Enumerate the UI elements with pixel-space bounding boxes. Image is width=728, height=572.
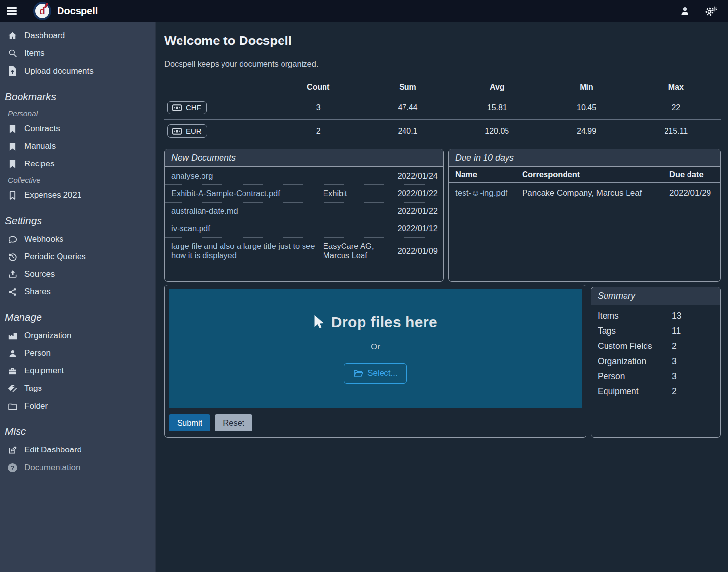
section-title-settings: Settings <box>0 204 155 230</box>
sidebar-item-label: Dasbhoard <box>24 31 65 41</box>
document-date: 2022/01/22 <box>397 206 438 216</box>
bookmark-filled-icon <box>7 124 18 134</box>
select-files-button[interactable]: Select... <box>344 363 406 384</box>
hamburger-menu-icon[interactable] <box>7 7 17 15</box>
summary-panel: Summary Items 13 Tags 11 Custom Fields 2 <box>591 287 721 438</box>
stat-avg: 15.81 <box>452 96 542 120</box>
sidebar-item-equipment[interactable]: Equipment <box>0 362 155 380</box>
sidebar-item-organization[interactable]: Organization <box>0 327 155 345</box>
sidebar-item-label: Shares <box>24 287 51 297</box>
sidebar-item-upload-documents[interactable]: Upload documents <box>0 62 155 80</box>
sidebar-item-contracts[interactable]: Contracts <box>0 120 155 138</box>
sidebar-item-webhooks[interactable]: Webhooks <box>0 230 155 248</box>
sidebar-item-label: Equipment <box>24 366 64 376</box>
money-bill-icon <box>172 104 182 111</box>
document-date: 2022/01/09 <box>397 246 438 256</box>
document-link[interactable]: test-☺-ing.pdf <box>455 188 522 198</box>
document-link[interactable]: australian-date.md <box>171 206 319 216</box>
sidebar-item-tags[interactable]: Tags <box>0 380 155 397</box>
sidebar-item-label: Items <box>24 48 45 58</box>
sidebar-item-expenses-2021[interactable]: Expenses 2021 <box>0 186 155 204</box>
sidebar-item-folder[interactable]: Folder <box>0 397 155 415</box>
summary-value: 2 <box>672 387 714 397</box>
sidebar-item-label: Person <box>24 348 51 358</box>
stats-col-count: Count <box>274 79 363 96</box>
stats-col-min: Min <box>542 79 631 96</box>
reset-button[interactable]: Reset <box>215 414 252 431</box>
stats-header-row: Count Sum Avg Min Max <box>164 79 721 96</box>
document-row: australian-date.md 2022/01/22 <box>165 202 443 220</box>
sidebar-item-dashboard[interactable]: Dasbhoard <box>0 27 155 44</box>
due-correspondent: Pancake Company, Marcus Leaf <box>522 188 669 198</box>
sidebar: Dasbhoard Items Upload documents Bookmar… <box>0 22 156 572</box>
stat-count: 3 <box>274 96 363 120</box>
summary-row: Person 3 <box>591 369 720 384</box>
document-date: 2022/01/22 <box>397 189 438 198</box>
sidebar-item-label: Expenses 2021 <box>24 190 81 200</box>
sidebar-item-label: Manuals <box>24 142 56 151</box>
document-link[interactable]: large file and also a large title just t… <box>171 242 319 260</box>
sidebar-item-items[interactable]: Items <box>0 44 155 62</box>
search-icon <box>7 48 18 58</box>
or-label: Or <box>371 342 380 352</box>
sidebar-item-label: Webhooks <box>24 234 63 244</box>
select-button-label: Select... <box>367 368 397 378</box>
panel-title-due: Due in 10 days <box>449 149 720 167</box>
summary-value: 3 <box>672 371 714 382</box>
summary-row: Tags 11 <box>591 324 720 339</box>
summary-value: 2 <box>672 341 714 351</box>
sidebar-item-edit-dashboard[interactable]: Edit Dashboard <box>0 441 155 459</box>
person-icon <box>7 349 18 358</box>
file-dropzone[interactable]: Drop files here Or Select... <box>169 289 582 408</box>
user-account-icon[interactable] <box>680 6 690 16</box>
sidebar-item-recipes[interactable]: Recipes <box>0 155 155 173</box>
currency-badge-eur[interactable]: EUR <box>167 124 207 138</box>
sidebar-item-documentation[interactable]: Documentation <box>0 459 155 476</box>
document-info: Exhibit <box>323 189 385 198</box>
summary-label: Items <box>598 311 672 321</box>
document-link[interactable]: iv-scan.pdf <box>171 224 319 233</box>
submit-button[interactable]: Submit <box>169 414 210 431</box>
sidebar-item-sources[interactable]: Sources <box>0 266 155 283</box>
sidebar-item-label: Documentation <box>24 463 80 472</box>
due-panel: Due in 10 days Name Correspondent Due da… <box>448 149 721 282</box>
file-upload-icon <box>7 66 18 76</box>
question-circle-icon <box>7 463 18 472</box>
summary-label: Organization <box>598 356 672 367</box>
edit-icon <box>7 445 18 455</box>
settings-gears-icon[interactable] <box>705 6 717 17</box>
tags-icon <box>7 384 18 393</box>
summary-row: Equipment 2 <box>591 384 720 399</box>
stats-row-eur: EUR 2 240.1 120.05 24.99 215.11 <box>164 120 721 143</box>
section-title-bookmarks: Bookmarks <box>0 80 155 106</box>
currency-stats-table: Count Sum Avg Min Max CHF 3 47.44 15.81 … <box>164 79 721 143</box>
sidebar-item-label: Periodic Queries <box>24 252 86 262</box>
page-title: Welcome to Docspell <box>164 33 721 48</box>
stat-max: 215.11 <box>631 120 721 143</box>
stats-col-sum: Sum <box>363 79 452 96</box>
sidebar-item-shares[interactable]: Shares <box>0 283 155 301</box>
subsection-collective: Collective <box>0 173 155 186</box>
sidebar-item-periodic-queries[interactable]: Periodic Queries <box>0 248 155 266</box>
due-col-due-date: Due date <box>669 170 714 179</box>
money-bill-icon <box>172 128 182 135</box>
summary-value: 13 <box>672 311 714 321</box>
page-subtitle: Docspell keeps your documents organized. <box>164 60 721 69</box>
stat-sum: 47.44 <box>363 96 452 120</box>
summary-label: Person <box>598 371 672 382</box>
sidebar-item-manuals[interactable]: Manuals <box>0 138 155 155</box>
document-link[interactable]: analyse.org <box>171 171 319 181</box>
new-documents-panel: New Documents analyse.org 2022/01/24 Exh… <box>164 149 444 282</box>
stats-col-avg: Avg <box>452 79 542 96</box>
sidebar-item-label: Folder <box>24 401 48 411</box>
sidebar-item-person[interactable]: Person <box>0 345 155 362</box>
document-link[interactable]: Exhibit-A-Sample-Contract.pdf <box>171 189 319 198</box>
document-info: EasyCare AG, Marcus Leaf <box>323 242 385 260</box>
document-row: analyse.org 2022/01/24 <box>165 167 443 184</box>
currency-badge-chf[interactable]: CHF <box>167 101 207 114</box>
home-icon <box>7 31 18 41</box>
sidebar-item-label: Organization <box>24 331 71 341</box>
summary-label: Custom Fields <box>598 341 672 351</box>
stat-sum: 240.1 <box>363 120 452 143</box>
or-divider: Or <box>239 342 512 352</box>
